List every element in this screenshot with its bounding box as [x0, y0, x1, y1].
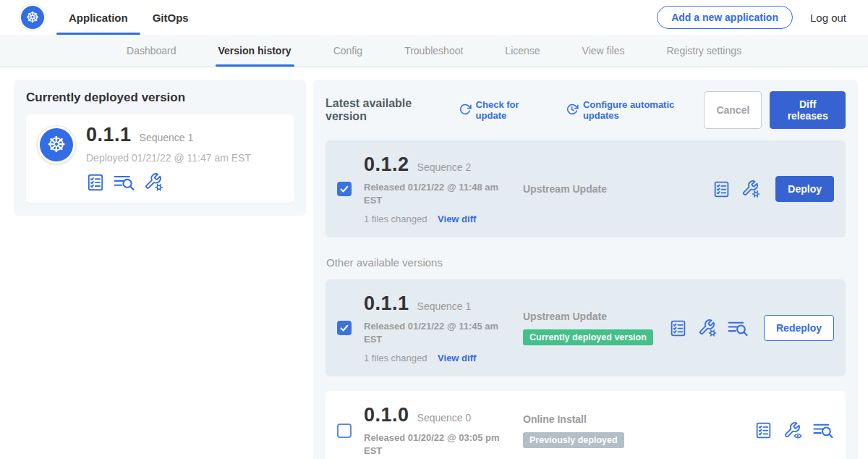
kubernetes-wheel-icon: ☸	[21, 6, 44, 29]
main-content: Currently deployed version ☸ 0.1.1 Seque…	[0, 67, 868, 459]
kubernetes-app-icon: ☸	[40, 128, 73, 161]
wrench-gear-icon[interactable]	[144, 172, 163, 192]
available-panel-title: Latest available version	[326, 97, 448, 123]
deployed-version-card: ☸ 0.1.1 Sequence 1 Deployed 01/21/22 @ 1…	[26, 114, 294, 203]
check-for-update-label: Check for update	[476, 99, 547, 121]
version-number: 0.1.0	[364, 404, 409, 426]
version-sequence: Sequence 1	[417, 300, 472, 312]
tab-gitops[interactable]: GitOps	[140, 0, 201, 35]
file-search-icon[interactable]	[813, 421, 834, 439]
other-versions-label: Other available versions	[326, 256, 846, 269]
configure-auto-updates-label: Configure automatic updates	[583, 99, 705, 121]
version-source: Upstream Update	[523, 183, 712, 195]
previously-deployed-badge: Previously deployed	[523, 432, 624, 448]
checklist-icon[interactable]	[754, 421, 773, 439]
version-source: Upstream Update	[523, 311, 669, 322]
app-icon-ring: ☸	[37, 125, 76, 164]
files-changed-label: 1 files changed	[364, 214, 427, 224]
deployed-panel-title: Currently deployed version	[26, 90, 294, 105]
checklist-icon[interactable]	[669, 319, 687, 337]
top-nav: ☸ Application GitOps Add a new applicati…	[0, 0, 868, 35]
subnav-view-files[interactable]: View files	[582, 35, 625, 67]
subnav-registry-settings[interactable]: Registry settings	[667, 35, 741, 67]
deployed-timestamp: Deployed 01/21/22 @ 11:47 am EST	[86, 152, 251, 164]
currently-deployed-panel: Currently deployed version ☸ 0.1.1 Seque…	[14, 80, 306, 216]
subnav-version-history[interactable]: Version history	[218, 35, 292, 67]
version-source: Online Install	[523, 413, 754, 425]
add-application-button[interactable]: Add a new application	[657, 6, 793, 29]
tab-application[interactable]: Application	[56, 0, 140, 35]
version-sequence: Sequence 2	[417, 161, 472, 173]
available-versions-panel: Latest available version Check for updat…	[313, 80, 858, 459]
subnav-license[interactable]: License	[505, 35, 540, 67]
version-row-0-1-0: 0.1.0 Sequence 0 Released 01/20/22 @ 03:…	[326, 391, 846, 459]
subnav-dashboard[interactable]: Dashboard	[127, 35, 176, 67]
file-search-icon[interactable]	[728, 319, 749, 337]
wrench-gear-icon[interactable]	[741, 180, 760, 198]
version-checkbox[interactable]	[337, 182, 352, 196]
wrench-gear-icon[interactable]	[698, 319, 717, 337]
deploy-button[interactable]: Deploy	[775, 176, 834, 202]
version-sequence: Sequence 0	[417, 412, 472, 424]
version-number: 0.1.2	[364, 153, 409, 176]
file-search-icon[interactable]	[114, 173, 135, 192]
version-checkbox[interactable]	[337, 321, 352, 335]
configure-auto-updates-link[interactable]: Configure automatic updates	[566, 99, 705, 121]
wrench-eye-icon[interactable]	[783, 421, 802, 440]
released-timestamp: Released 01/20/22 @ 03:05 pm EST	[364, 431, 501, 457]
redeploy-button[interactable]: Redeploy	[764, 315, 834, 341]
section-nav: Dashboard Version history Config Trouble…	[0, 35, 868, 67]
clock-refresh-icon	[566, 103, 579, 118]
logout-button[interactable]: Log out	[810, 12, 846, 24]
available-panel-header: Latest available version Check for updat…	[326, 91, 846, 129]
refresh-icon	[459, 103, 472, 118]
subnav-troubleshoot[interactable]: Troubleshoot	[404, 35, 463, 67]
subnav-config[interactable]: Config	[333, 35, 362, 67]
released-timestamp: Released 01/21/22 @ 11:45 am EST	[364, 320, 501, 345]
check-for-update-link[interactable]: Check for update	[459, 99, 547, 121]
view-diff-link[interactable]: View diff	[438, 214, 476, 224]
checklist-icon[interactable]	[86, 173, 105, 192]
kubernetes-logo: ☸	[19, 4, 46, 31]
currently-deployed-badge: Currently deployed version	[523, 329, 653, 345]
deployed-sequence: Sequence 1	[140, 132, 194, 143]
version-row-0-1-2: 0.1.2 Sequence 2 Released 01/21/22 @ 11:…	[326, 140, 846, 237]
released-timestamp: Released 01/21/22 @ 11:48 am EST	[364, 181, 501, 206]
diff-releases-button[interactable]: Diff releases	[770, 91, 846, 129]
files-changed-label: 1 files changed	[364, 353, 427, 363]
version-row-0-1-1: 0.1.1 Sequence 1 Released 01/21/22 @ 11:…	[326, 279, 846, 376]
cancel-button[interactable]: Cancel	[704, 91, 762, 129]
app-tabs: Application GitOps	[56, 0, 201, 35]
view-diff-link[interactable]: View diff	[438, 353, 476, 363]
deployed-version-number: 0.1.1	[86, 124, 132, 146]
version-number: 0.1.1	[364, 292, 409, 315]
version-checkbox[interactable]	[337, 424, 352, 438]
checklist-icon[interactable]	[712, 180, 731, 198]
